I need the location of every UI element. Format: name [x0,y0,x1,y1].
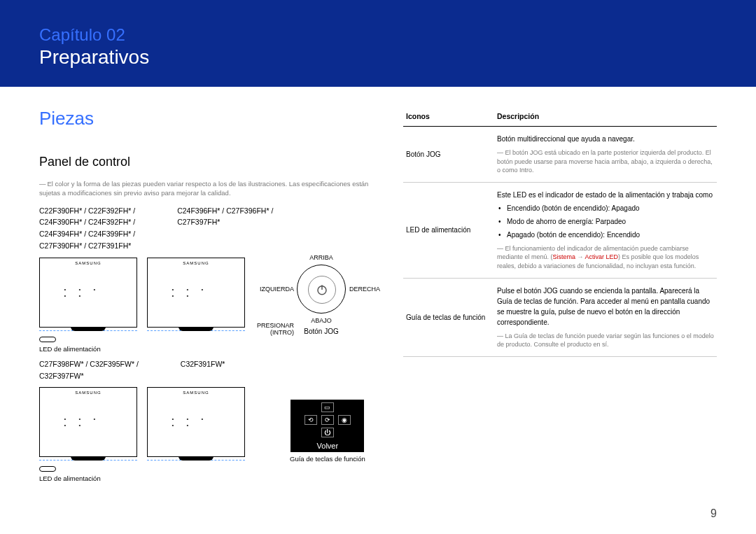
jog-button-diagram: ARRIBA ABAJO IZQUIERDA DERECHA PRESIONAR… [297,258,346,353]
page-number: 9 [710,507,717,520]
power-icon [316,283,328,296]
model-list-2b: C32F391FW* [181,358,225,382]
table-header-desc: Descripción [494,108,717,127]
monitor-illustration: SAMSUNG• • • • • [39,387,137,457]
table-row: Guía de teclas de función Pulse el botón… [403,278,717,356]
table-row: Botón JOG Botón multidireccional que ayu… [403,127,717,183]
led-label: LED de alimentación [39,345,137,353]
row-desc: Este LED es el indicador de estado de la… [494,182,717,278]
row-key: Botón JOG [403,127,494,183]
led-pill-icon [39,337,56,342]
table-header-icons: Iconos [403,108,494,127]
jog-up-label: ARRIBA [309,254,333,261]
row-desc: Pulse el botón JOG cuando se encienda la… [494,278,717,356]
row-key: LED de alimentación [403,182,494,278]
monitor-illustration: SAMSUNG• • • • • [39,258,137,328]
chapter-title: Preparativos [39,46,717,69]
jog-left-label: IZQUIERDA [255,286,294,293]
subsection-heading: Panel de control [39,155,389,169]
row-key: Guía de teclas de función [403,278,494,356]
model-list-2: C27F398FW* / C32F395FW* / C32F397FW* [39,358,139,382]
model-list-1: C22F390FH* / C22F392FH* / C24F390FH* / C… [39,205,135,252]
function-panel-label: Guía de teclas de función [290,455,365,463]
monitor-illustration: SAMSUNG• • • • • [147,258,245,328]
model-list-1b: C24F396FH* / C27F396FH* / C27F397FH* [177,205,273,252]
table-row: LED de alimentación Este LED es el indic… [403,182,717,278]
led-label: LED de alimentación [39,475,137,482]
jog-name-label: Botón JOG [297,328,346,335]
function-key-panel: ▭ ⟲⟳◉ ⏻ Volver [290,400,364,452]
return-label: Volver [317,442,339,450]
jog-press-label: PRESIONAR(INTRO) [255,323,294,337]
jog-right-label: DERECHA [349,286,380,293]
section-heading: Piezas [39,108,389,129]
description-table: Iconos Descripción Botón JOG Botón multi… [403,108,717,357]
led-pill-icon [39,466,56,472]
chapter-label: Capítulo 02 [39,25,717,45]
chapter-header: Capítulo 02 Preparativos [0,0,756,87]
note-1: ―El color y la forma de las piezas puede… [39,179,389,198]
monitor-illustration: SAMSUNG• • • • • [147,387,245,457]
row-desc: Botón multidireccional que ayuda a naveg… [494,127,717,183]
jog-down-label: ABAJO [311,317,332,324]
